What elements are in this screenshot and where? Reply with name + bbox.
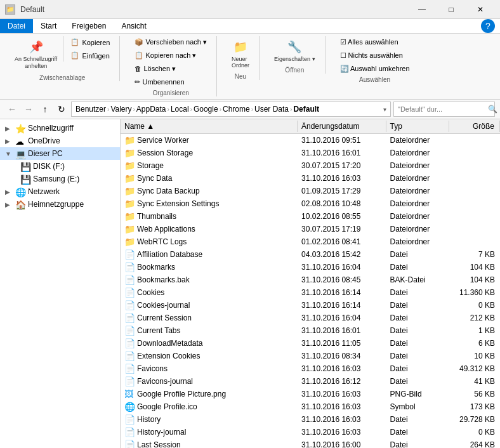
file-name: Sync Data Backup [137,187,200,195]
select-all-button[interactable]: ☑ Alles auswählen [336,36,414,48]
file-name: DownloadMetadata [137,339,202,348]
sidebar-item-disk-f[interactable]: 💾 DISK (F:) [5,160,120,173]
pin-to-quickaccess-button[interactable]: 📌 An Schnellzugriffanheften [10,36,62,73]
table-row[interactable]: 📁 Sync Data Backup 01.09.2015 17:29 Date… [121,185,500,197]
table-row[interactable]: 📄 Affiliation Database 04.03.2016 15:42 … [121,248,500,261]
file-type: Datei [386,287,450,298]
file-icon: 📄 [124,249,135,260]
file-date: 31.10.2016 11:05 [298,338,386,348]
table-row[interactable]: 📄 Favicons 31.10.2016 16:03 Datei 49.312… [121,362,500,375]
move-to-button[interactable]: 📦 Verschieben nach ▾ [130,36,211,48]
sidebar-item-dieser-pc[interactable]: ▼ 💻 Dieser PC [0,147,120,160]
invert-selection-button[interactable]: 🔄 Auswahl umkehren [336,63,414,75]
file-type: Datei [386,300,450,310]
table-row[interactable]: 📁 Sync Extension Settings 02.08.2016 10:… [121,197,500,210]
sidebar-item-heimnetzgruppe[interactable]: ▶ 🏠 Heimnetzgruppe [0,198,120,211]
tab-start[interactable]: Start [33,19,64,33]
breadcrumb-appdata[interactable]: AppData [136,105,166,114]
table-row[interactable]: 📁 Web Applications 30.07.2015 17:19 Date… [121,223,500,235]
col-header-name[interactable]: Name ▲ [121,121,298,132]
table-row[interactable]: 📄 Extension Cookies 31.10.2016 08:34 Dat… [121,350,500,362]
dieser-pc-label: Dieser PC [28,149,115,158]
col-header-type[interactable]: Typ [386,121,450,132]
select-none-button[interactable]: ☐ Nichts auswählen [336,49,414,62]
col-header-size[interactable]: Größe [449,121,500,132]
tab-freigeben[interactable]: Freigeben [64,19,114,33]
file-type: Dateiordner [386,211,450,221]
sidebar-item-schnellzugriff[interactable]: ▶ ⭐ Schnellzugriff [0,122,120,135]
breadcrumb-local[interactable]: Local [171,105,189,114]
breadcrumb-dropdown[interactable]: ▾ [383,106,386,113]
file-name: Favicons [137,364,168,373]
file-size: 7 KB [449,249,500,260]
col-header-date[interactable]: Änderungsdatum [298,121,386,132]
breadcrumb-valery[interactable]: Valery [110,105,131,114]
table-row[interactable]: 📄 Current Session 31.10.2016 16:04 Datei… [121,312,500,324]
breadcrumb-chrome[interactable]: Chrome [223,105,250,114]
properties-button[interactable]: 🔧 Eigenschaften ▾ [270,36,320,65]
table-row[interactable]: 📄 Bookmarks.bak 31.10.2016 08:45 BAK-Dat… [121,273,500,286]
expand-icon: ▶ [5,201,13,208]
copy-button[interactable]: 📋 Kopieren [66,36,114,48]
file-type: Datei [386,338,450,348]
table-row[interactable]: 📁 Session Storage 31.10.2016 16:01 Datei… [121,147,500,159]
file-size [449,203,500,204]
table-row[interactable]: 📄 Bookmarks 31.10.2016 16:04 Datei 104 K… [121,261,500,273]
title-controls[interactable]: — □ ✕ [407,0,495,19]
table-row[interactable]: 📁 Sync Data 31.10.2016 16:03 Dateiordner [121,172,500,185]
table-row[interactable]: 📄 History 31.10.2016 16:03 Datei 29.728 … [121,413,500,426]
file-type: Dateiordner [386,173,450,183]
file-icon: 📄 [124,262,135,272]
search-input[interactable] [398,105,485,113]
nav-up-button[interactable]: ↑ [38,102,52,116]
paste-button[interactable]: 📋 Einfügen [66,49,114,62]
table-row[interactable]: 📄 Favicons-journal 31.10.2016 16:12 Date… [121,375,500,388]
close-button[interactable]: ✕ [466,0,495,19]
help-button[interactable]: ? [481,19,495,33]
table-row[interactable]: 📁 Service Worker 31.10.2016 09:51 Dateio… [121,134,500,147]
table-row[interactable]: 📄 Cookies 31.10.2016 16:14 Datei 11.360 … [121,286,500,299]
file-size: 41 KB [449,376,500,386]
file-date: 31.10.2016 08:45 [298,275,386,285]
tab-ansicht[interactable]: Ansicht [114,19,154,33]
maximize-button[interactable]: □ [437,0,466,19]
table-row[interactable]: 📄 Last Session 31.10.2016 16:00 Datei 26… [121,438,500,448]
breadcrumb-benutzer[interactable]: Benutzer [76,105,106,114]
tab-datei[interactable]: Datei [0,19,33,33]
clipboard-items: 📌 An Schnellzugriffanheften 📋 Kopieren 📋… [10,36,114,73]
sidebar: ▶ ⭐ Schnellzugriff ▶ ☁ OneDrive ▼ 💻 Dies… [0,119,121,448]
delete-button[interactable]: 🗑 Löschen ▾ [130,63,211,75]
search-box[interactable]: 🔍 [393,102,495,117]
file-list-container: Name ▲ Änderungsdatum Typ Größe 📁 Servic… [121,119,500,448]
table-row[interactable]: 📄 History-journal 31.10.2016 16:03 Datei… [121,426,500,438]
sidebar-item-netzwerk[interactable]: ▶ 🌐 Netzwerk [0,185,120,198]
rename-button[interactable]: ✏ Umbenennen [130,76,211,88]
table-row[interactable]: 📁 WebRTC Logs 01.02.2016 08:41 Dateiordn… [121,235,500,248]
table-row[interactable]: 📁 Thumbnails 10.02.2016 08:55 Dateiordne… [121,210,500,223]
sidebar-item-samsung-e[interactable]: 💾 Samsung (E:) [5,173,120,185]
file-date: 04.03.2016 15:42 [298,249,386,260]
sidebar-item-onedrive[interactable]: ▶ ☁ OneDrive [0,135,120,147]
table-row[interactable]: 🖼 Google Profile Picture.png 31.10.2016 … [121,388,500,400]
new-folder-button[interactable]: 📁 NeuerOrdner [227,36,254,72]
minimize-button[interactable]: — [407,0,437,19]
nav-forward-button[interactable]: → [22,102,36,116]
table-row[interactable]: 📄 Cookies-journal 31.10.2016 16:14 Datei… [121,299,500,312]
file-name: Storage [137,161,164,170]
search-icon[interactable]: 🔍 [488,105,497,114]
breadcrumb[interactable]: Benutzer › Valery › AppData › Local › Go… [71,102,391,117]
table-row[interactable]: 🌐 Google Profile.ico 31.10.2016 16:03 Sy… [121,400,500,413]
file-name: Current Session [137,313,192,322]
breadcrumb-default[interactable]: Default [293,105,319,114]
table-row[interactable]: 📁 Storage 30.07.2015 17:20 Dateiordner [121,159,500,172]
copy-to-button[interactable]: 📋 Kopieren nach ▾ [130,49,211,62]
breadcrumb-google[interactable]: Google [194,105,218,114]
nav-refresh-button[interactable]: ↻ [55,102,69,116]
nav-back-button[interactable]: ← [5,102,19,116]
breadcrumb-userdata[interactable]: User Data [254,105,289,114]
file-icon: 📄 [124,364,135,374]
table-row[interactable]: 📄 DownloadMetadata 31.10.2016 11:05 Date… [121,337,500,350]
copy-icon: 📋 [70,38,79,46]
table-row[interactable]: 📄 Current Tabs 31.10.2016 16:01 Datei 1 … [121,324,500,337]
file-type: Dateiordner [386,186,450,196]
